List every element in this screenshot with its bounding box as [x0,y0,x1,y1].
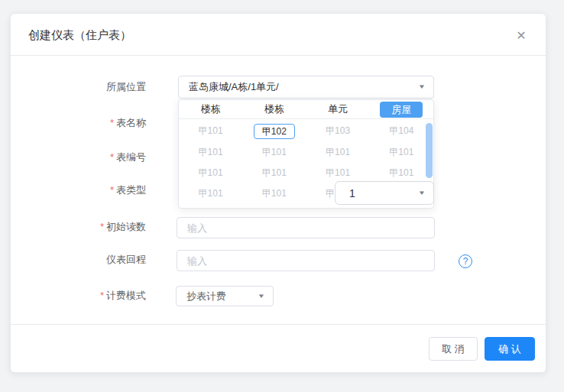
location-select-value: 蓝岛康城/A栋/1单元/ [189,76,279,98]
cascader-tab-unit[interactable]: 单元 [306,100,370,118]
close-icon[interactable]: ✕ [514,28,529,44]
cascader-option[interactable]: 甲101 [370,142,433,163]
cascader-option[interactable]: 甲101 [179,183,242,204]
meter-type-label-text: 表类型 [116,184,146,196]
cascader-grid-row: 甲101 甲102 甲103 甲104 [179,121,433,141]
chevron-down-icon: ▼ [258,293,265,300]
meter-backhaul-label: 仪表回程 [34,252,146,267]
location-label-text: 所属位置 [106,81,146,92]
initial-reading-label: *初始读数 [34,219,146,235]
cascader-tab-building-1[interactable]: 楼栋 [179,100,242,118]
cancel-button[interactable]: 取 消 [429,337,478,361]
meter-type-select-value: 1 [349,182,355,204]
required-mark: * [110,117,114,128]
required-mark: * [100,221,104,232]
cascader-tab-house-active[interactable]: 房屋 [370,100,433,118]
cascader-option-selected[interactable]: 甲102 [242,121,306,141]
cascader-option[interactable]: 甲103 [306,121,370,141]
required-mark: * [110,151,114,163]
meter-no-label-text: 表编号 [116,151,146,163]
required-mark: * [100,290,104,301]
cascader-option[interactable]: 甲101 [179,142,242,163]
billing-mode-select[interactable]: 抄表计费 ▼ [176,286,274,306]
footer-divider [11,324,546,325]
dialog-header: 创建仪表（住户表） ✕ [11,14,546,56]
cascader-option[interactable]: 甲101 [179,163,242,183]
selected-option-box: 甲102 [254,124,295,139]
initial-reading-input[interactable] [177,217,435,238]
location-select[interactable]: 蓝岛康城/A栋/1单元/ ▼ [178,76,434,99]
create-meter-dialog: 创建仪表（住户表） ✕ 所属位置 蓝岛康城/A栋/1单元/ ▼ *表名称 *表编… [10,13,546,373]
meter-name-label-text: 表名称 [116,117,146,128]
billing-mode-label-text: 计费模式 [106,290,146,301]
meter-no-label: *表编号 [34,150,146,165]
cascader-tab-building-2[interactable]: 楼栋 [242,100,306,118]
cascader-option[interactable]: 甲101 [179,121,242,141]
tab-label: 单元 [328,102,348,116]
tab-label-active: 房屋 [380,102,423,118]
billing-mode-label: *计费模式 [34,288,146,303]
chevron-down-icon: ▼ [418,190,426,196]
dialog-title: 创建仪表（住户表） [28,14,131,56]
scrollbar-thumb[interactable] [426,123,433,178]
cascader-option[interactable]: 甲101 [306,142,370,163]
confirm-button[interactable]: 确 认 [485,337,535,361]
cascader-option[interactable]: 甲101 [242,183,306,204]
cascader-grid-row: 甲101 甲101 甲101 甲101 [179,163,433,183]
meter-backhaul-input[interactable] [177,250,435,271]
meter-backhaul-label-text: 仪表回程 [106,254,146,265]
meter-name-label: *表名称 [34,115,146,131]
cascader-tabs: 楼栋 楼栋 单元 房屋 [179,100,433,119]
tab-label: 楼栋 [201,102,221,116]
chevron-down-icon: ▼ [418,84,426,90]
billing-mode-select-value: 抄表计费 [186,287,226,306]
cascader-grid-row: 甲101 甲101 甲101 甲101 [179,142,433,163]
cascader-option[interactable]: 甲101 [306,163,370,183]
help-icon[interactable]: ? [459,254,472,268]
cascader-option[interactable]: 甲101 [242,142,306,163]
cascader-option[interactable]: 甲101 [242,163,306,183]
initial-reading-label-text: 初始读数 [106,221,146,232]
tab-label: 楼栋 [264,102,284,116]
meter-type-label: *表类型 [34,183,146,198]
location-label: 所属位置 [34,79,146,95]
cascader-option[interactable]: 甲104 [370,121,433,141]
page-background: { "modal": { "title": "创建仪表（住户表）", "clos… [0,0,564,392]
required-mark: * [110,184,114,196]
meter-type-select[interactable]: 1 ▼ [335,181,434,205]
cascader-option[interactable]: 甲101 [370,163,433,183]
